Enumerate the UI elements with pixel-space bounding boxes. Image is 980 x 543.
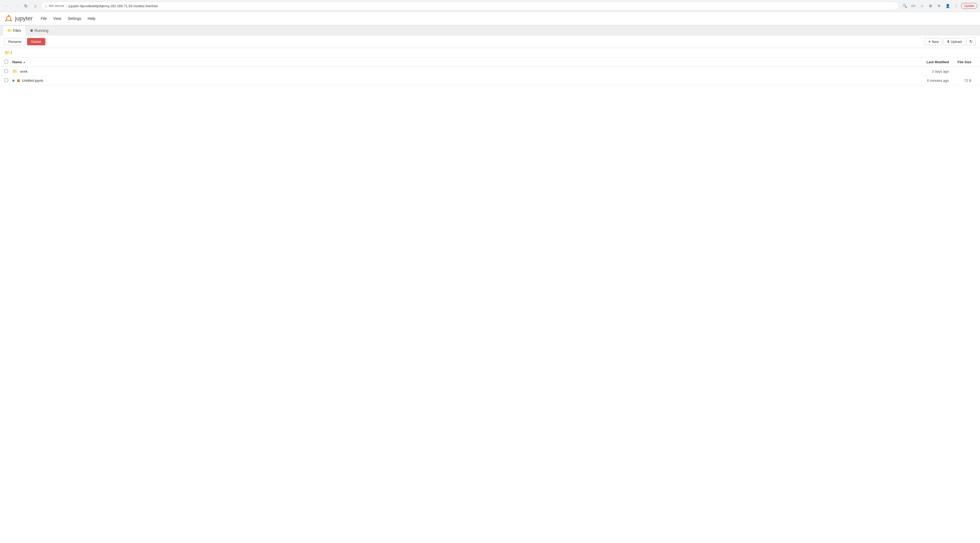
notebook-modified: 6 minutes ago <box>895 78 949 83</box>
breadcrumb: 📁 / <box>0 48 980 57</box>
menu-help[interactable]: Help <box>85 15 98 22</box>
folder-icon-work: 📁 <box>12 69 18 74</box>
jupyter-logo: jupyter <box>4 14 33 23</box>
jupyter-app: jupyter File View Settings Help 📁 Files … <box>0 12 980 543</box>
file-list: Name ▲ Last Modified File Size 📁 work 2 … <box>0 57 980 85</box>
notebook-link[interactable]: Untitled.ipynb <box>22 78 43 83</box>
upload-button[interactable]: ⬆ Upload <box>943 38 965 45</box>
rename-button[interactable]: Rename <box>4 38 25 45</box>
work-folder-link[interactable]: work <box>20 69 27 73</box>
menu-dots-button[interactable]: ⋮ <box>952 2 960 10</box>
bookmark-button[interactable]: ☆ <box>918 2 926 10</box>
work-modified: 2 days ago <box>895 69 949 73</box>
header-check <box>4 60 12 64</box>
svg-point-2 <box>5 20 7 21</box>
new-button[interactable]: ▼ New <box>924 38 942 45</box>
tab-files[interactable]: 📁 Files <box>3 25 26 35</box>
header-name[interactable]: Name ▲ <box>12 60 895 64</box>
back-button[interactable]: ← <box>3 2 10 10</box>
profile-button[interactable]: 👤 <box>944 2 951 10</box>
row-name-work: 📁 work <box>12 69 895 74</box>
svg-point-1 <box>8 15 10 17</box>
notebook-size: 72 B <box>949 78 976 83</box>
row-checkbox-notebook[interactable] <box>4 78 8 82</box>
breadcrumb-folder-icon: 📁 <box>4 50 10 55</box>
folder-icon: 📁 <box>7 29 11 33</box>
delete-button[interactable]: Delete <box>27 38 45 45</box>
forward-button[interactable]: → <box>12 2 20 10</box>
address-bar: △ Not secure | jupyter-9pnxdkeb6jsfqkmq.… <box>41 2 899 10</box>
update-button[interactable]: Update <box>961 3 977 9</box>
table-row[interactable]: 📁 work 2 days ago <box>0 67 980 76</box>
file-list-header: Name ▲ Last Modified File Size <box>0 57 980 67</box>
browser-actions: 🔍 <> ☆ ⚙ ☀ 👤 ⋮ Update <box>901 2 977 10</box>
svg-point-0 <box>6 16 11 21</box>
row-check-notebook <box>4 78 12 83</box>
jupyter-header: jupyter File View Settings Help <box>0 12 980 25</box>
sort-arrow-icon: ▲ <box>23 61 25 64</box>
tab-running[interactable]: Running <box>26 25 53 35</box>
header-modified[interactable]: Last Modified <box>895 60 949 64</box>
refresh-button[interactable]: ↻ <box>966 38 976 46</box>
browser-chrome: ← → ↻ ⌂ △ Not secure | jupyter-9pnxdkeb6… <box>0 0 980 12</box>
row-checkbox-work[interactable] <box>4 69 8 73</box>
upload-icon: ⬆ <box>947 40 950 44</box>
header-size-label: File Size <box>958 60 971 64</box>
breadcrumb-path: / <box>11 51 12 55</box>
header-modified-label: Last Modified <box>926 60 949 64</box>
running-dot-icon <box>30 29 33 32</box>
url-text: jupyter-9pnxdkeb6jsfqkmq.192.168.71.93.m… <box>68 4 896 8</box>
jupyter-logo-icon <box>4 14 13 23</box>
jupyter-logo-text: jupyter <box>15 15 33 22</box>
menu-settings[interactable]: Settings <box>65 15 84 22</box>
settings-button[interactable]: ⚙ <box>927 2 934 10</box>
menu-file[interactable]: File <box>38 15 49 22</box>
table-row[interactable]: Untitled.ipynb 6 minutes ago 72 B <box>0 76 980 85</box>
home-button[interactable]: ⌂ <box>32 2 39 10</box>
toolbar-left: Rename Delete <box>4 38 45 45</box>
toolbar-right: ▼ New ⬆ Upload ↻ <box>924 38 976 46</box>
select-all-checkbox[interactable] <box>4 60 8 64</box>
file-toolbar: Rename Delete ▼ New ⬆ Upload ↻ <box>0 35 980 48</box>
extensions-button[interactable]: ☀ <box>935 2 943 10</box>
header-size: File Size <box>949 60 976 64</box>
notebook-type-icon <box>17 79 20 82</box>
browser-toolbar: ← → ↻ ⌂ △ Not secure | jupyter-9pnxdkeb6… <box>0 0 980 12</box>
reload-button[interactable]: ↻ <box>22 2 29 10</box>
security-icon: △ <box>45 4 47 8</box>
upload-button-label: Upload <box>951 40 962 44</box>
chevron-down-icon: ▼ <box>928 40 931 43</box>
menu-view[interactable]: View <box>51 15 64 22</box>
tab-files-label: Files <box>13 29 21 33</box>
jupyter-menu: File View Settings Help <box>38 15 98 22</box>
security-label: Not secure <box>49 4 64 8</box>
share-button[interactable]: <> <box>910 2 917 10</box>
row-check-work <box>4 69 12 74</box>
notebook-running-indicator <box>12 80 14 82</box>
tabs-bar: 📁 Files Running <box>0 25 980 35</box>
tab-running-label: Running <box>35 29 48 33</box>
svg-point-3 <box>10 20 12 21</box>
row-name-notebook: Untitled.ipynb <box>12 78 895 83</box>
zoom-button[interactable]: 🔍 <box>901 2 908 10</box>
new-button-label: New <box>932 40 939 44</box>
header-name-label: Name <box>12 60 22 64</box>
